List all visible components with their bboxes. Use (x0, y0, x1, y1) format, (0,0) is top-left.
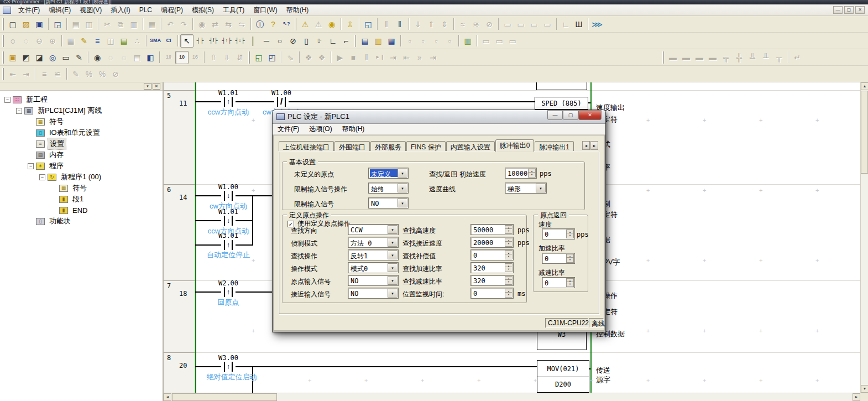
origin-op-select[interactable]: 反转1 (348, 249, 399, 261)
scroll-right-icon[interactable]: ► (853, 393, 860, 401)
dialog-minimize-icon[interactable]: — (547, 110, 563, 120)
menu-tools[interactable]: 工具(T) (218, 4, 249, 16)
tree-item[interactable]: ▯IO表和单元设置 (3, 127, 163, 138)
origin-op-value-input[interactable]: 0 (470, 249, 514, 261)
contact-up[interactable] (221, 97, 236, 107)
new-instruction-icon[interactable]: ▯ (300, 34, 313, 48)
time-chart-monitor-icon[interactable]: Ш (572, 18, 585, 31)
new-coil-nc-icon[interactable]: ⊘ (286, 34, 300, 48)
menu-plc[interactable]: PLC (135, 5, 156, 15)
menu-program[interactable]: 编程(P) (156, 4, 187, 16)
tree-item[interactable]: −▦新PLC1[CJ1M] 离线 (3, 105, 163, 116)
instruction-block-mov[interactable]: MOV(021) D200 (537, 360, 589, 393)
undefined-origin-select[interactable]: 未定义 (368, 168, 409, 179)
dialog-close-icon[interactable]: ✕ (578, 110, 602, 120)
output-window-icon[interactable]: ▣ (6, 51, 19, 64)
origin-op-select[interactable]: 模式0 (348, 262, 399, 273)
close-icon[interactable]: ✕ (855, 6, 865, 14)
simulator-window-icon[interactable]: ◰ (265, 51, 279, 64)
new-contact-down-icon[interactable]: ┤↓├ (233, 34, 247, 48)
contact-up[interactable] (221, 240, 236, 250)
child-window-icon[interactable] (3, 7, 11, 14)
menu-insert[interactable]: 插入(I) (106, 4, 134, 16)
dialog-menu-file[interactable]: 文件(F) (273, 123, 304, 135)
zoom-icon[interactable]: ◌ (6, 34, 19, 48)
rung-manager-icon[interactable]: ▥ (461, 34, 474, 48)
return-accel-input[interactable]: 0 (542, 253, 575, 264)
origin-op-value-input[interactable]: 320 (470, 275, 514, 286)
contact-up[interactable] (221, 287, 236, 297)
show-comments-icon[interactable]: ✎ (77, 34, 91, 48)
tab-scroll-left-icon[interactable]: ◄ (582, 141, 590, 150)
tree-item[interactable]: −✶程序 (3, 160, 163, 171)
dialog-menu-help[interactable]: 帮助(H) (337, 123, 370, 135)
dialog-menu-options[interactable]: 选项(O) (304, 123, 337, 135)
origin-op-value-input[interactable]: 50000 (470, 224, 514, 235)
vertical-scrollbar[interactable]: ▲ ▼ (860, 82, 868, 393)
speed-curve-select[interactable]: 梯形 (505, 183, 547, 194)
dialog-title-bar[interactable]: PLC 设定 - 新PLC1 — ▢ ✕ (273, 110, 605, 124)
new-branch-icon[interactable]: ∟ (326, 34, 339, 48)
new-contact-icon[interactable]: ┤├ (194, 34, 207, 48)
contact-up[interactable] (221, 362, 236, 372)
tree-item[interactable]: ▯功能块 (3, 216, 163, 227)
origin-op-select[interactable]: CCW (348, 224, 399, 235)
program-compare-icon[interactable]: ▥ (372, 34, 385, 48)
origin-op-select[interactable]: 方法 0 (348, 237, 399, 248)
open-file-icon[interactable]: ▨ (19, 18, 33, 31)
find-binary-icon[interactable]: ◉ (91, 51, 104, 64)
io-comment-icon[interactable]: CI (162, 34, 175, 48)
about-icon[interactable]: ⓘ (253, 18, 266, 31)
limit-input-operation-select[interactable]: 始终 (368, 183, 409, 194)
menu-file[interactable]: 文件(F) (14, 4, 44, 16)
tab-settings-3[interactable]: FINS 保护 (406, 141, 446, 152)
selection-mode-icon[interactable]: ↖ (180, 34, 194, 48)
work-online-simulator-icon[interactable]: ◱ (252, 51, 265, 64)
new-contact-up-icon[interactable]: ┤↑├ (220, 34, 233, 48)
memory-view-icon[interactable]: ▭ (59, 51, 72, 64)
find-warning-icon[interactable]: ◉ (325, 18, 338, 31)
minimize-icon[interactable]: — (833, 6, 843, 14)
tree-item[interactable]: ▦符号 (3, 116, 163, 127)
rung-annotation-list-icon[interactable]: ≡ (91, 34, 104, 48)
tab-settings-0[interactable]: 上位机链接端口 (279, 141, 334, 152)
tree-item[interactable]: −∷新工程 (3, 94, 163, 105)
scroll-thumb[interactable] (172, 393, 277, 401)
tab-settings-2[interactable]: 外部服务 (370, 141, 406, 152)
tree-item[interactable]: ▮段1 (3, 194, 163, 205)
online-warning-icon[interactable]: ◱ (362, 18, 375, 31)
display-signed-decimal-icon[interactable]: 10 (175, 51, 189, 64)
new-file-icon[interactable]: ▢ (6, 18, 19, 31)
origin-op-select[interactable]: NO (348, 288, 399, 299)
scroll-down-icon[interactable]: ▼ (861, 385, 868, 393)
new-coil-icon[interactable]: ○ (273, 34, 286, 48)
tree-item[interactable]: ≡设置 (3, 138, 163, 149)
cross-reference-icon[interactable]: ◪ (33, 51, 46, 64)
comment-editor-icon[interactable]: ✎ (72, 51, 86, 64)
menu-edit[interactable]: 编辑(E) (44, 4, 75, 16)
properties-icon[interactable]: ◧ (144, 51, 157, 64)
initial-speed-input[interactable]: 10000 (505, 168, 537, 179)
contact-down[interactable] (221, 191, 236, 201)
contact-nc[interactable] (274, 97, 289, 107)
menu-view[interactable]: 视图(V) (75, 4, 106, 16)
restore-icon[interactable]: ▢ (844, 6, 854, 14)
panel-close-icon[interactable]: ✕ (153, 83, 160, 90)
transfer-warning-icon[interactable]: ⇫ (343, 18, 357, 31)
differential-monitor-icon[interactable]: ⋙ (590, 18, 604, 31)
tab-settings-4[interactable]: 内置输入设置 (446, 141, 495, 152)
tree-item[interactable]: ▤内存 (3, 149, 163, 160)
program-check-icon[interactable]: ▤ (358, 34, 372, 48)
tree-expand-icon[interactable]: − (39, 174, 45, 180)
tree-item[interactable]: −↻新程序1 (00) (3, 171, 163, 183)
tree-expand-icon[interactable]: − (16, 108, 22, 114)
tree-item[interactable]: ▦符号 (3, 183, 163, 194)
instruction-operand-icon[interactable]: ▯· (313, 34, 326, 48)
tree-item[interactable]: ▮END (3, 205, 163, 216)
panel-dropdown-icon[interactable]: ▾ (144, 83, 151, 90)
scroll-up-icon[interactable]: ▲ (861, 82, 868, 90)
return-decel-input[interactable]: 0 (542, 277, 575, 288)
menu-window[interactable]: 窗口(W) (249, 4, 281, 16)
compile-icon[interactable]: ⚠ (299, 18, 312, 31)
origin-op-value-input[interactable]: 20000 (470, 237, 514, 248)
